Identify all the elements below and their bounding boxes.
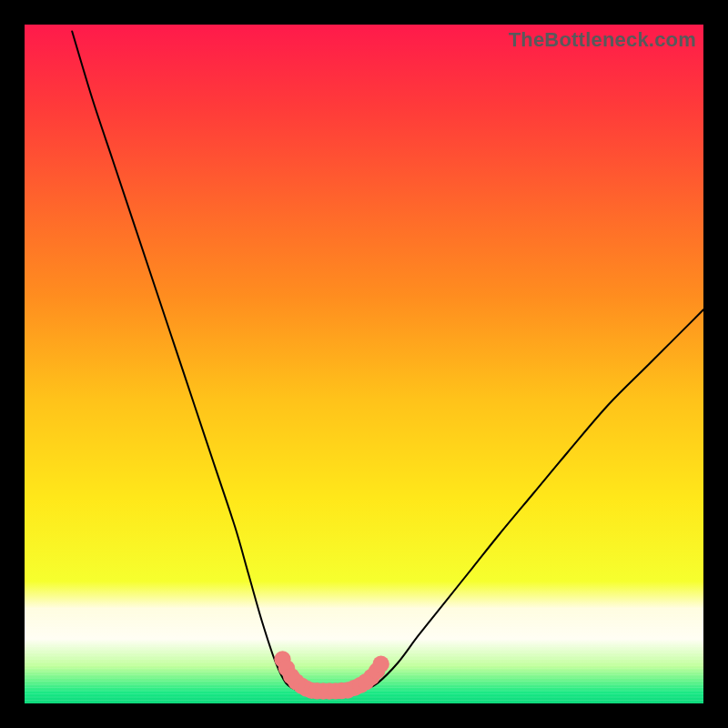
plot-area: TheBottleneck.com [25,25,703,703]
heat-gradient [25,25,703,703]
bottleneck-curve-chart [25,25,703,703]
chart-frame: TheBottleneck.com [0,0,728,728]
data-point [372,656,389,672]
